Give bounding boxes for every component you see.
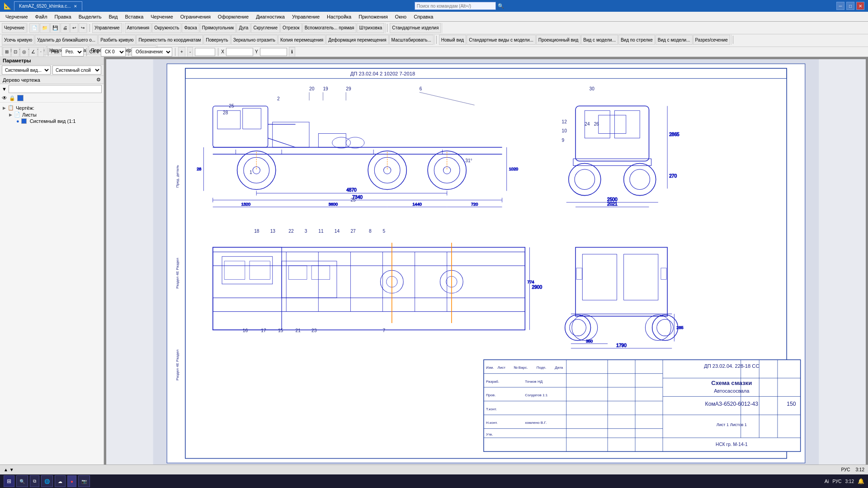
status-text: ▲ ▼ <box>4 467 14 472</box>
tb-std-parts[interactable]: Стандартные изделия <box>390 23 441 33</box>
tb-zoom-in[interactable]: + <box>178 47 185 57</box>
menu-design[interactable]: Оформление <box>214 13 252 20</box>
tb-snap-toggle[interactable]: ⊞ <box>3 47 11 57</box>
tb-mirror[interactable]: Зеркально отразить <box>231 35 278 45</box>
svg-text:270: 270 <box>669 174 677 178</box>
tb-save[interactable]: 💾 <box>50 23 60 33</box>
tb-avtolinia[interactable]: Автолиния <box>125 23 152 33</box>
canvas-area[interactable]: ДП 23.02.04 2 10202 7-2018 Пред. деталь … <box>104 57 868 474</box>
tree-arrow-sheets: ▶ <box>9 113 12 117</box>
notifications-icon[interactable]: 🔔 <box>858 478 864 484</box>
tree-drawing[interactable]: ▶ 📋 Чертёж: <box>2 104 102 111</box>
tb-snap-line[interactable]: ⊡ <box>11 47 19 57</box>
menu-edit[interactable]: Правка <box>51 13 75 20</box>
menu-apps[interactable]: Приложения <box>355 13 391 20</box>
layer-eye-icon[interactable]: 👁 <box>2 95 7 101</box>
minimize-button[interactable]: ─ <box>836 2 844 10</box>
menu-file[interactable]: Файл <box>32 13 51 20</box>
svg-text:18: 18 <box>254 229 259 234</box>
menu-select[interactable]: Выделить <box>75 13 105 20</box>
tree-system-view[interactable]: ● Системный вид (1:1 <box>2 118 102 124</box>
filter-input[interactable] <box>9 85 102 93</box>
tree-gear-icon[interactable]: ⚙ <box>96 77 101 83</box>
menu-window[interactable]: Окно <box>392 13 410 20</box>
tb-view-arrow[interactable]: Вид по стрелке <box>618 35 655 45</box>
menu-draw[interactable]: Черчение <box>147 13 177 20</box>
menu-view[interactable]: Вид <box>105 13 121 20</box>
tb-copy-move[interactable]: Копия перемещения <box>278 35 326 45</box>
tb-open[interactable]: 📁 <box>40 23 50 33</box>
tb-view-model[interactable]: Вид с модели... <box>581 35 618 45</box>
camera-button[interactable]: 📷 <box>78 475 90 487</box>
layer-lock-icon[interactable]: 🔒 <box>9 95 15 101</box>
zoom-input[interactable]: 0.81 <box>195 48 215 56</box>
svg-text:Изм.: Изм. <box>486 366 494 370</box>
svg-text:17: 17 <box>261 328 266 333</box>
command-search-input[interactable] <box>415 2 496 10</box>
tb-rect[interactable]: Прямоугольник <box>200 23 236 33</box>
tb-print[interactable]: 🖨 <box>61 23 70 33</box>
tb-rotate[interactable]: Повернуть <box>203 35 230 45</box>
maximize-button[interactable]: □ <box>846 2 854 10</box>
svg-text:25: 25 <box>350 197 356 202</box>
tb-view-model2[interactable]: Вид с модели... <box>656 35 693 45</box>
tb-deform[interactable]: Деформация перемещения <box>326 35 388 45</box>
menu-cherchenie[interactable]: Черчение <box>2 13 32 20</box>
tb-arc[interactable]: Дуга <box>236 23 250 33</box>
tb-delete-to-nearest[interactable]: Удалить до ближайшего о... <box>35 35 98 45</box>
view-dropdown[interactable]: Системный вид... <box>2 66 51 75</box>
tb-break-curve[interactable]: Разбить кривую <box>98 35 136 45</box>
weather-button[interactable]: ☁ <box>55 475 66 487</box>
menu-insert[interactable]: Вставка <box>121 13 147 20</box>
tb-round[interactable]: Скругление <box>251 23 280 33</box>
tb-cursor-info[interactable]: ℹ <box>289 47 295 57</box>
oboznacheniye-dropdown[interactable]: Обозначение <box>132 47 172 56</box>
tb-aux-line[interactable]: Вспомогатель... прямая <box>302 23 357 33</box>
tb-snap-angle[interactable]: ∠ <box>29 47 38 57</box>
x-coord-input[interactable]: 387.69 <box>226 48 253 56</box>
kompas-button[interactable]: ● <box>67 475 76 487</box>
menu-help[interactable]: Справка <box>410 13 437 20</box>
menu-manage[interactable]: Управление <box>288 13 323 20</box>
tb-manage[interactable]: Управление <box>92 23 122 33</box>
tb-zoom-out[interactable]: - <box>187 47 193 57</box>
tb-proj-view[interactable]: Проекционный вид <box>536 35 580 45</box>
tab-drawing[interactable]: KamAZ_6520_khimka.c... ✕ <box>14 1 82 10</box>
tb-chamfer[interactable]: Фаска <box>182 23 199 33</box>
tb-trim-curve[interactable]: Усечь кривую <box>2 35 34 45</box>
menu-settings[interactable]: Настройка <box>323 13 355 20</box>
svg-text:3: 3 <box>305 229 307 234</box>
scale-dropdown[interactable]: СК 0 <box>101 47 126 56</box>
taskbar-right: Ai РУС 3:12 🔔 <box>825 478 864 484</box>
tb-new-view[interactable]: Новый вид <box>439 35 466 45</box>
tb-section[interactable]: Разрез/сечение <box>693 35 730 45</box>
tb-circle[interactable]: Окружность <box>152 23 181 33</box>
tb-segment[interactable]: Отрезок <box>280 23 302 33</box>
tb-new-doc[interactable]: 📄 <box>29 23 39 33</box>
tb-hatch[interactable]: Штриховка <box>357 23 384 33</box>
taskview-button[interactable]: ⧉ <box>30 475 39 487</box>
params-header: Параметры <box>0 57 104 65</box>
tb-undo[interactable]: ↩ <box>70 23 78 33</box>
y-coord-input[interactable]: 165.931 <box>260 48 287 56</box>
tb-snap-circle[interactable]: ◎ <box>20 47 28 57</box>
tb-std-views[interactable]: Стандартные виды с модели... <box>467 35 536 45</box>
tb-snap-point[interactable]: · <box>38 47 44 57</box>
svg-text:Пров.: Пров. <box>486 393 495 397</box>
tb-scale[interactable]: Масштабировать... <box>389 35 434 45</box>
tb-move-coord[interactable]: Переместить по координатам <box>136 35 203 45</box>
edge-button[interactable]: 🌐 <box>41 475 53 487</box>
tb-cherchenie-label[interactable]: Черчение <box>2 23 27 33</box>
tree-sheets[interactable]: ▶ 📄 Листы <box>2 111 102 118</box>
tb-redo[interactable]: ↪ <box>79 23 87 33</box>
menu-diagnostics[interactable]: Диагностика <box>252 13 288 20</box>
search-taskbar-button[interactable]: 🔍 <box>16 475 28 487</box>
layer-dropdown[interactable]: Системный слой <box>52 66 101 75</box>
sep-5 <box>48 48 48 56</box>
snap-dropdown[interactable]: Рез. <box>61 47 84 56</box>
start-button[interactable]: ⊞ <box>4 475 14 487</box>
svg-text:26: 26 <box>594 122 599 127</box>
tab-close-icon[interactable]: ✕ <box>74 4 77 9</box>
close-button[interactable]: ✕ <box>856 2 864 10</box>
menu-constraints[interactable]: Ограничения <box>177 13 214 20</box>
